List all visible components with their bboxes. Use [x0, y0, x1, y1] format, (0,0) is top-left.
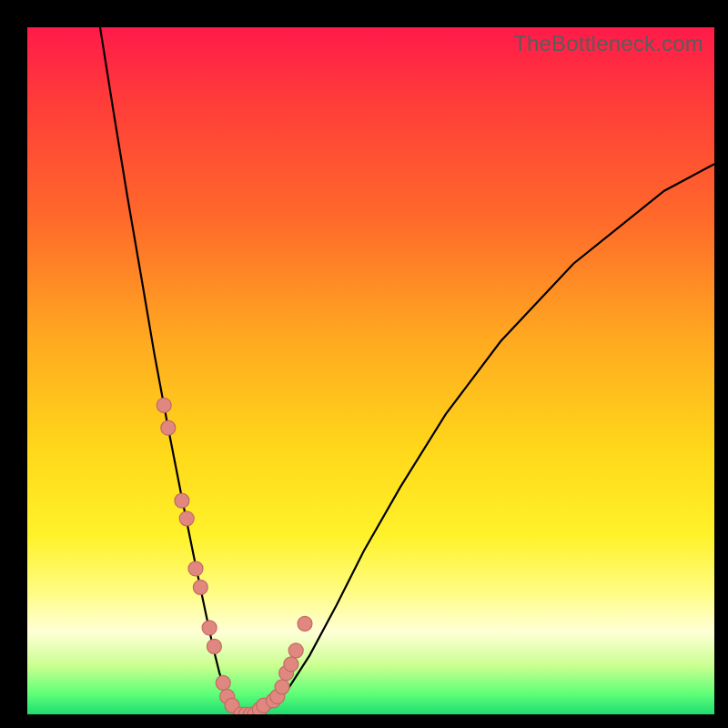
- data-dot: [216, 675, 230, 690]
- data-dot: [157, 398, 171, 412]
- data-dot: [179, 511, 194, 526]
- data-dot: [298, 616, 312, 631]
- chart-overlay: [27, 27, 714, 714]
- data-dot: [161, 420, 176, 435]
- data-dot: [175, 493, 189, 508]
- data-dot: [202, 621, 217, 635]
- outer-frame: TheBottleneck.com: [0, 0, 728, 728]
- data-dot: [188, 561, 203, 576]
- data-dot: [284, 657, 298, 672]
- data-dot: [275, 680, 289, 694]
- v-curve: [100, 27, 714, 714]
- data-dot: [207, 639, 221, 653]
- data-dot: [288, 643, 303, 658]
- dots-group: [157, 398, 312, 714]
- plot-area: TheBottleneck.com: [27, 27, 714, 714]
- data-dot: [193, 580, 207, 594]
